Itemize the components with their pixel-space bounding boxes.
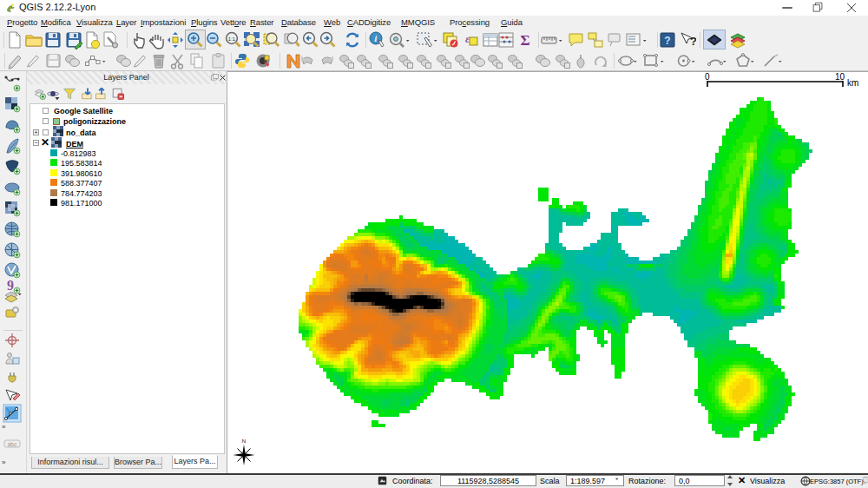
svg-text:N: N: [242, 439, 246, 444]
svg-text:i: i: [375, 34, 378, 43]
svg-text:?: ?: [664, 35, 670, 47]
svg-text:abc: abc: [8, 441, 17, 447]
svg-text:1:1: 1:1: [228, 36, 236, 42]
svg-text:?: ?: [690, 35, 696, 48]
svg-text:Σ: Σ: [520, 32, 529, 49]
